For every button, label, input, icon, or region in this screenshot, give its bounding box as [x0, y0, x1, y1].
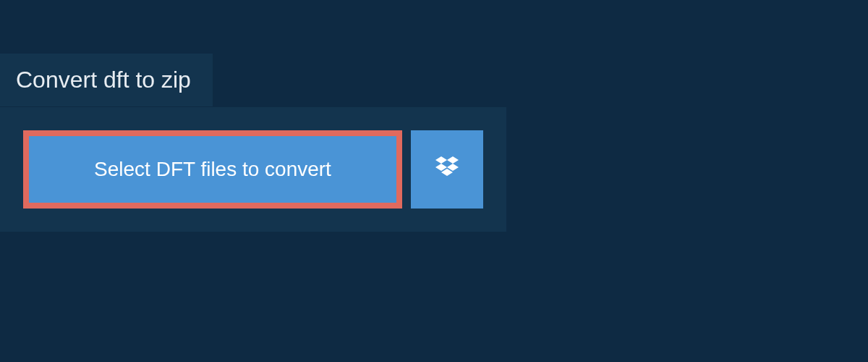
tab-label: Convert dft to zip	[16, 67, 191, 93]
conversion-panel: Select DFT files to convert	[0, 107, 506, 232]
select-files-label: Select DFT files to convert	[94, 158, 331, 181]
dropbox-button[interactable]	[411, 130, 483, 209]
select-files-button[interactable]: Select DFT files to convert	[23, 130, 402, 209]
tab-convert[interactable]: Convert dft to zip	[0, 54, 213, 106]
dropbox-icon	[433, 153, 461, 185]
